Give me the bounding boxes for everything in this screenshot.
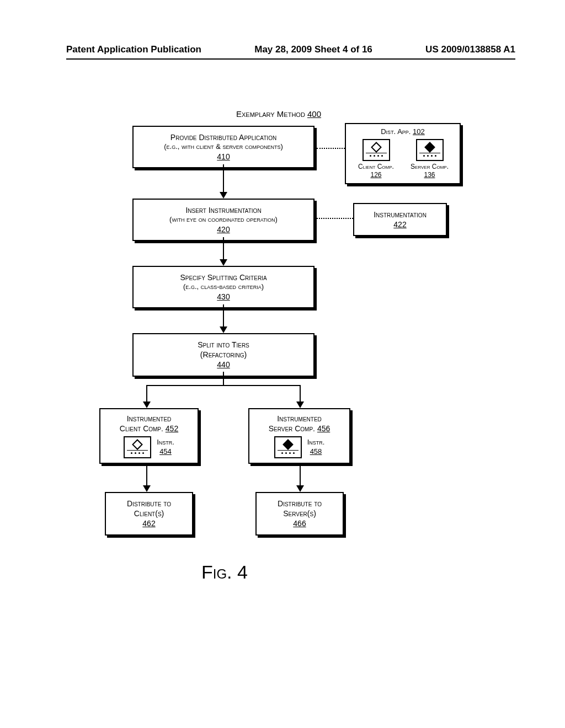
diagram-title-num: 400	[307, 109, 321, 119]
diamond-open-icon	[371, 142, 382, 153]
dist-app-title: Dist. App. 102	[349, 127, 456, 137]
client-comp-icon	[363, 139, 390, 161]
diamond-filled-icon	[282, 439, 294, 450]
box456-line2: Server Comp. 456	[253, 424, 346, 433]
server-comp-label-group: Server Comp. 136	[404, 163, 455, 180]
box452-instr: Instr. 454	[157, 438, 174, 457]
box456-instr: Instr. 458	[307, 438, 325, 457]
box440-num: 440	[138, 360, 309, 370]
box452-line1: Instrumented	[104, 414, 194, 424]
dist-app-title-text: Dist. App.	[381, 127, 411, 136]
client-comp-num: 126	[350, 171, 402, 180]
box-insert-instrumentation: Insert Instrumentation (with eye on coor…	[132, 199, 315, 241]
client-comp-label-group: Client Comp. 126	[350, 163, 402, 180]
server-comp-icon	[416, 139, 444, 161]
header-center: May 28, 2009 Sheet 4 of 16	[254, 44, 372, 55]
box462-num: 462	[110, 518, 188, 528]
box440-line2: (Refactoring)	[138, 350, 309, 360]
box456-line1: Instrumented	[253, 414, 346, 424]
page-header: Patent Application Publication May 28, 2…	[66, 44, 515, 60]
box462-line2: Client(s)	[110, 508, 188, 518]
box462-line1: Distribute to	[110, 499, 188, 508]
box410-num: 410	[138, 152, 309, 162]
box420-num: 420	[138, 224, 309, 234]
box-instrumented-server-comp: Instrumented Server Comp. 456 Instr. 458	[248, 408, 350, 464]
box456-instr-label: Instr.	[307, 438, 325, 447]
box420-line1: Insert Instrumentation	[138, 205, 309, 215]
diagram-title-text: Exemplary Method	[236, 109, 305, 119]
figure-label: Fig. 4	[201, 561, 248, 583]
box466-num: 466	[261, 518, 338, 528]
box452-num: 452	[166, 424, 178, 433]
box452-line2: Client Comp. 452	[104, 424, 194, 433]
box420-line2: (with eye on coordinated operation)	[138, 215, 309, 224]
box456-prefix: Server Comp.	[269, 424, 315, 433]
dist-app-title-num: 102	[413, 127, 425, 136]
server-comp-icon-456	[274, 436, 302, 458]
box-distribute-to-clients: Distribute to Client(s) 462	[105, 492, 193, 536]
connector-dotted-410	[317, 148, 345, 149]
box430-num: 430	[138, 292, 309, 302]
box-distribute-to-servers: Distribute to Server(s) 466	[255, 492, 344, 536]
box456-num: 456	[317, 424, 330, 433]
box452-instr-label: Instr.	[157, 438, 174, 447]
flowchart-diagram: Exemplary Method 400 Provide Distributed…	[86, 109, 494, 650]
box-instrumentation: Instrumentation 422	[353, 203, 447, 236]
box430-line2: (e.g., class-based criteria)	[138, 282, 309, 292]
box410-line2: (e.g., with client & server components)	[138, 142, 309, 152]
instrumentation-label: Instrumentation	[359, 210, 441, 220]
box-split-into-tiers: Split into Tiers (Refactoring) 440	[132, 333, 315, 377]
diamond-filled-icon	[424, 142, 435, 153]
box-specify-splitting-criteria: Specify Splitting Criteria (e.g., class-…	[132, 266, 315, 308]
instrumentation-num: 422	[359, 220, 441, 229]
diagram-title: Exemplary Method 400	[207, 109, 350, 119]
box466-line2: Server(s)	[261, 508, 338, 518]
header-right: US 2009/0138858 A1	[425, 44, 515, 55]
server-comp-num: 136	[404, 171, 455, 180]
client-comp-icon-452	[124, 436, 151, 458]
box452-prefix: Client Comp.	[120, 424, 163, 433]
box-provide-distributed-app: Provide Distributed Application (e.g., w…	[132, 126, 315, 168]
diamond-open-icon	[132, 439, 143, 450]
box-dist-app: Dist. App. 102 Client Comp. 126	[345, 123, 461, 184]
box456-instr-num: 458	[307, 447, 325, 457]
connector-dotted-420	[317, 218, 353, 219]
box410-line1: Provide Distributed Application	[138, 132, 309, 142]
server-comp-label: Server Comp.	[404, 163, 455, 172]
box466-line1: Distribute to	[261, 499, 338, 508]
client-comp-label: Client Comp.	[350, 163, 402, 172]
box430-line1: Specify Splitting Criteria	[138, 272, 309, 282]
box452-instr-num: 454	[157, 447, 174, 457]
header-left: Patent Application Publication	[66, 44, 201, 55]
box440-line1: Split into Tiers	[138, 340, 309, 350]
box-instrumented-client-comp: Instrumented Client Comp. 452 Instr. 454	[99, 408, 199, 464]
